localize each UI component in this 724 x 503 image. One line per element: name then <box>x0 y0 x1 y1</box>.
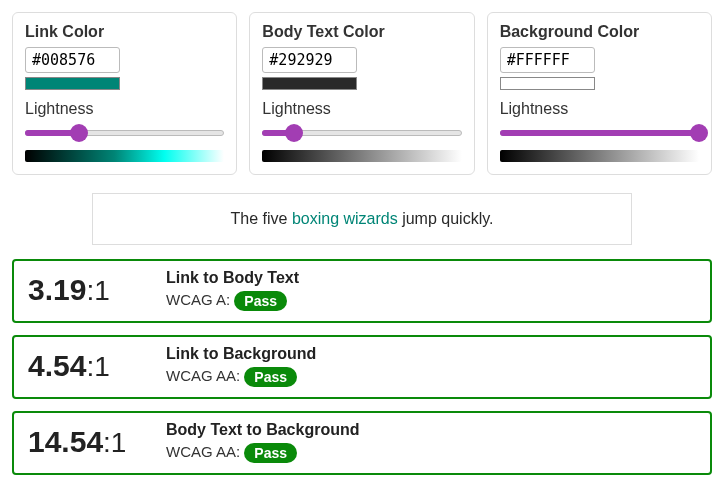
sample-post: jump quickly. <box>398 210 494 227</box>
status-badge: Pass <box>234 291 287 311</box>
slider-thumb[interactable] <box>285 124 303 142</box>
result-link-body: 3.19:1 Link to Body Text WCAG A: Pass <box>12 259 712 323</box>
panel-title: Body Text Color <box>262 23 461 41</box>
slider-thumb[interactable] <box>690 124 708 142</box>
status-badge: Pass <box>244 443 297 463</box>
panel-title: Link Color <box>25 23 224 41</box>
body-gradient-bar <box>262 150 461 162</box>
link-hex-input[interactable] <box>25 47 120 73</box>
link-color-panel: Link Color Lightness <box>12 12 237 175</box>
link-gradient-bar <box>25 150 224 162</box>
wcag-line: WCAG A: Pass <box>166 291 299 311</box>
sample-pre: The five <box>231 210 292 227</box>
link-lightness-slider[interactable] <box>25 124 224 142</box>
result-title: Body Text to Background <box>166 421 360 439</box>
ratio-value: 4.54:1 <box>28 349 148 383</box>
result-title: Link to Body Text <box>166 269 299 287</box>
ratio-value: 3.19:1 <box>28 273 148 307</box>
sample-text-box: The five boxing wizards jump quickly. <box>92 193 632 245</box>
ratio-value: 14.54:1 <box>28 425 148 459</box>
lightness-label: Lightness <box>500 100 699 118</box>
body-hex-input[interactable] <box>262 47 357 73</box>
bg-color-panel: Background Color Lightness <box>487 12 712 175</box>
lightness-label: Lightness <box>25 100 224 118</box>
body-lightness-slider[interactable] <box>262 124 461 142</box>
bg-lightness-slider[interactable] <box>500 124 699 142</box>
slider-thumb[interactable] <box>70 124 88 142</box>
status-badge: Pass <box>244 367 297 387</box>
sample-link[interactable]: boxing wizards <box>292 210 398 227</box>
body-color-panel: Body Text Color Lightness <box>249 12 474 175</box>
panel-title: Background Color <box>500 23 699 41</box>
color-panels: Link Color Lightness Body Text Color Lig… <box>12 12 712 175</box>
result-title: Link to Background <box>166 345 316 363</box>
body-swatch <box>262 77 357 90</box>
wcag-line: WCAG AA: Pass <box>166 367 316 387</box>
result-body-bg: 14.54:1 Body Text to Background WCAG AA:… <box>12 411 712 475</box>
link-swatch <box>25 77 120 90</box>
wcag-line: WCAG AA: Pass <box>166 443 360 463</box>
lightness-label: Lightness <box>262 100 461 118</box>
bg-hex-input[interactable] <box>500 47 595 73</box>
bg-swatch <box>500 77 595 90</box>
bg-gradient-bar <box>500 150 699 162</box>
result-link-bg: 4.54:1 Link to Background WCAG AA: Pass <box>12 335 712 399</box>
slider-fill <box>500 130 699 136</box>
